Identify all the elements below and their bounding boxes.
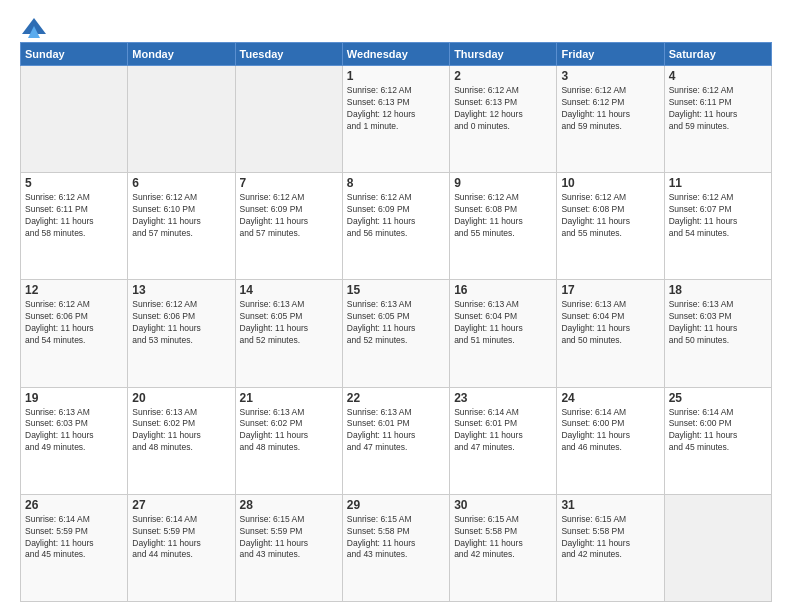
calendar-cell: 16Sunrise: 6:13 AMSunset: 6:04 PMDayligh… xyxy=(450,280,557,387)
day-info: Sunrise: 6:12 AMSunset: 6:07 PMDaylight:… xyxy=(669,192,767,240)
day-info: Sunrise: 6:12 AMSunset: 6:06 PMDaylight:… xyxy=(25,299,123,347)
day-info: Sunrise: 6:12 AMSunset: 6:12 PMDaylight:… xyxy=(561,85,659,133)
day-info: Sunrise: 6:12 AMSunset: 6:08 PMDaylight:… xyxy=(454,192,552,240)
calendar-cell: 9Sunrise: 6:12 AMSunset: 6:08 PMDaylight… xyxy=(450,173,557,280)
calendar-cell xyxy=(21,66,128,173)
week-row-3: 19Sunrise: 6:13 AMSunset: 6:03 PMDayligh… xyxy=(21,387,772,494)
day-info: Sunrise: 6:13 AMSunset: 6:04 PMDaylight:… xyxy=(454,299,552,347)
logo-icon xyxy=(22,18,46,38)
header xyxy=(20,18,772,34)
calendar-cell xyxy=(128,66,235,173)
day-info: Sunrise: 6:12 AMSunset: 6:11 PMDaylight:… xyxy=(669,85,767,133)
calendar-cell: 22Sunrise: 6:13 AMSunset: 6:01 PMDayligh… xyxy=(342,387,449,494)
day-info: Sunrise: 6:14 AMSunset: 5:59 PMDaylight:… xyxy=(132,514,230,562)
day-info: Sunrise: 6:12 AMSunset: 6:13 PMDaylight:… xyxy=(454,85,552,133)
day-number: 31 xyxy=(561,498,659,512)
day-info: Sunrise: 6:13 AMSunset: 6:02 PMDaylight:… xyxy=(132,407,230,455)
calendar-cell: 4Sunrise: 6:12 AMSunset: 6:11 PMDaylight… xyxy=(664,66,771,173)
day-number: 2 xyxy=(454,69,552,83)
week-row-2: 12Sunrise: 6:12 AMSunset: 6:06 PMDayligh… xyxy=(21,280,772,387)
day-number: 22 xyxy=(347,391,445,405)
calendar-cell: 23Sunrise: 6:14 AMSunset: 6:01 PMDayligh… xyxy=(450,387,557,494)
calendar-cell: 14Sunrise: 6:13 AMSunset: 6:05 PMDayligh… xyxy=(235,280,342,387)
weekday-friday: Friday xyxy=(557,43,664,66)
calendar-cell: 11Sunrise: 6:12 AMSunset: 6:07 PMDayligh… xyxy=(664,173,771,280)
day-number: 24 xyxy=(561,391,659,405)
day-number: 28 xyxy=(240,498,338,512)
weekday-thursday: Thursday xyxy=(450,43,557,66)
logo-text xyxy=(20,18,46,38)
calendar-cell xyxy=(235,66,342,173)
day-info: Sunrise: 6:13 AMSunset: 6:01 PMDaylight:… xyxy=(347,407,445,455)
day-info: Sunrise: 6:12 AMSunset: 6:13 PMDaylight:… xyxy=(347,85,445,133)
day-number: 29 xyxy=(347,498,445,512)
day-number: 25 xyxy=(669,391,767,405)
weekday-saturday: Saturday xyxy=(664,43,771,66)
day-info: Sunrise: 6:13 AMSunset: 6:03 PMDaylight:… xyxy=(669,299,767,347)
calendar-cell: 31Sunrise: 6:15 AMSunset: 5:58 PMDayligh… xyxy=(557,494,664,601)
day-number: 17 xyxy=(561,283,659,297)
day-number: 1 xyxy=(347,69,445,83)
calendar-cell: 15Sunrise: 6:13 AMSunset: 6:05 PMDayligh… xyxy=(342,280,449,387)
weekday-tuesday: Tuesday xyxy=(235,43,342,66)
day-info: Sunrise: 6:14 AMSunset: 6:00 PMDaylight:… xyxy=(561,407,659,455)
day-info: Sunrise: 6:15 AMSunset: 5:58 PMDaylight:… xyxy=(347,514,445,562)
day-info: Sunrise: 6:12 AMSunset: 6:10 PMDaylight:… xyxy=(132,192,230,240)
calendar-cell: 26Sunrise: 6:14 AMSunset: 5:59 PMDayligh… xyxy=(21,494,128,601)
day-number: 5 xyxy=(25,176,123,190)
calendar-cell: 17Sunrise: 6:13 AMSunset: 6:04 PMDayligh… xyxy=(557,280,664,387)
day-number: 12 xyxy=(25,283,123,297)
day-number: 3 xyxy=(561,69,659,83)
calendar-cell: 6Sunrise: 6:12 AMSunset: 6:10 PMDaylight… xyxy=(128,173,235,280)
day-number: 9 xyxy=(454,176,552,190)
day-info: Sunrise: 6:15 AMSunset: 5:58 PMDaylight:… xyxy=(561,514,659,562)
calendar-body: 1Sunrise: 6:12 AMSunset: 6:13 PMDaylight… xyxy=(21,66,772,602)
day-info: Sunrise: 6:15 AMSunset: 5:59 PMDaylight:… xyxy=(240,514,338,562)
day-info: Sunrise: 6:12 AMSunset: 6:11 PMDaylight:… xyxy=(25,192,123,240)
day-number: 6 xyxy=(132,176,230,190)
calendar-cell: 12Sunrise: 6:12 AMSunset: 6:06 PMDayligh… xyxy=(21,280,128,387)
day-number: 27 xyxy=(132,498,230,512)
calendar-cell: 30Sunrise: 6:15 AMSunset: 5:58 PMDayligh… xyxy=(450,494,557,601)
calendar-cell: 18Sunrise: 6:13 AMSunset: 6:03 PMDayligh… xyxy=(664,280,771,387)
day-info: Sunrise: 6:12 AMSunset: 6:08 PMDaylight:… xyxy=(561,192,659,240)
day-number: 23 xyxy=(454,391,552,405)
calendar-cell: 13Sunrise: 6:12 AMSunset: 6:06 PMDayligh… xyxy=(128,280,235,387)
day-number: 19 xyxy=(25,391,123,405)
day-info: Sunrise: 6:12 AMSunset: 6:09 PMDaylight:… xyxy=(347,192,445,240)
day-info: Sunrise: 6:14 AMSunset: 5:59 PMDaylight:… xyxy=(25,514,123,562)
calendar-cell: 21Sunrise: 6:13 AMSunset: 6:02 PMDayligh… xyxy=(235,387,342,494)
day-number: 16 xyxy=(454,283,552,297)
weekday-row: SundayMondayTuesdayWednesdayThursdayFrid… xyxy=(21,43,772,66)
day-info: Sunrise: 6:13 AMSunset: 6:03 PMDaylight:… xyxy=(25,407,123,455)
day-info: Sunrise: 6:13 AMSunset: 6:05 PMDaylight:… xyxy=(240,299,338,347)
day-number: 30 xyxy=(454,498,552,512)
calendar-cell: 24Sunrise: 6:14 AMSunset: 6:00 PMDayligh… xyxy=(557,387,664,494)
logo xyxy=(20,18,46,34)
calendar-cell: 5Sunrise: 6:12 AMSunset: 6:11 PMDaylight… xyxy=(21,173,128,280)
day-number: 26 xyxy=(25,498,123,512)
day-number: 13 xyxy=(132,283,230,297)
calendar-cell: 1Sunrise: 6:12 AMSunset: 6:13 PMDaylight… xyxy=(342,66,449,173)
day-number: 15 xyxy=(347,283,445,297)
day-number: 4 xyxy=(669,69,767,83)
weekday-sunday: Sunday xyxy=(21,43,128,66)
day-info: Sunrise: 6:12 AMSunset: 6:09 PMDaylight:… xyxy=(240,192,338,240)
day-number: 21 xyxy=(240,391,338,405)
calendar-header: SundayMondayTuesdayWednesdayThursdayFrid… xyxy=(21,43,772,66)
week-row-1: 5Sunrise: 6:12 AMSunset: 6:11 PMDaylight… xyxy=(21,173,772,280)
day-number: 8 xyxy=(347,176,445,190)
day-number: 14 xyxy=(240,283,338,297)
day-info: Sunrise: 6:13 AMSunset: 6:04 PMDaylight:… xyxy=(561,299,659,347)
day-info: Sunrise: 6:14 AMSunset: 6:00 PMDaylight:… xyxy=(669,407,767,455)
day-info: Sunrise: 6:15 AMSunset: 5:58 PMDaylight:… xyxy=(454,514,552,562)
day-info: Sunrise: 6:13 AMSunset: 6:02 PMDaylight:… xyxy=(240,407,338,455)
day-number: 10 xyxy=(561,176,659,190)
calendar-cell: 29Sunrise: 6:15 AMSunset: 5:58 PMDayligh… xyxy=(342,494,449,601)
day-info: Sunrise: 6:13 AMSunset: 6:05 PMDaylight:… xyxy=(347,299,445,347)
day-number: 18 xyxy=(669,283,767,297)
calendar-cell xyxy=(664,494,771,601)
day-number: 20 xyxy=(132,391,230,405)
calendar-cell: 2Sunrise: 6:12 AMSunset: 6:13 PMDaylight… xyxy=(450,66,557,173)
calendar-cell: 3Sunrise: 6:12 AMSunset: 6:12 PMDaylight… xyxy=(557,66,664,173)
